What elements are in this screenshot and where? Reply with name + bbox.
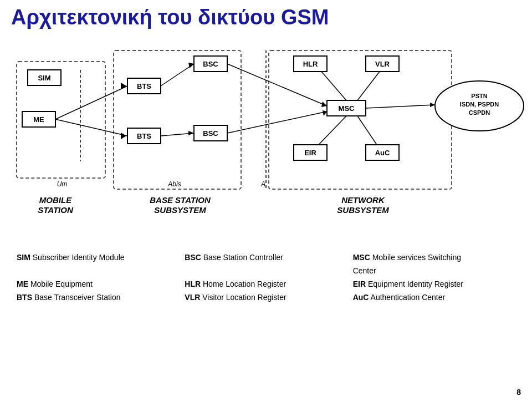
svg-text:BTS: BTS [137, 82, 151, 90]
svg-text:MSC: MSC [339, 104, 355, 113]
svg-line-44 [357, 72, 380, 100]
definitions-section: SIM Subscriber Identity Module BSC Base … [11, 253, 521, 302]
svg-line-47 [366, 105, 435, 108]
svg-text:MOBILE: MOBILE [39, 195, 72, 205]
def-sim: SIM Subscriber Identity Module [14, 253, 182, 262]
page-number: 8 [516, 388, 521, 397]
svg-line-31 [55, 119, 127, 136]
def-row-1: SIM Subscriber Identity Module BSC Base … [14, 253, 518, 262]
def-row-1-cont: Center [14, 266, 518, 275]
svg-marker-33 [121, 133, 126, 139]
svg-text:BSC: BSC [203, 129, 218, 138]
svg-line-45 [319, 116, 346, 145]
def-auc: AuC Authentication Center [350, 293, 518, 302]
def-msc: MSC Mobile services Switching [350, 253, 518, 262]
svg-text:STATION: STATION [38, 205, 74, 215]
svg-text:BTS: BTS [137, 132, 151, 140]
svg-line-41 [227, 111, 327, 133]
def-bsc: BSC Base Station Controller [182, 253, 350, 262]
svg-text:NETWORK: NETWORK [341, 195, 385, 205]
svg-line-43 [321, 72, 346, 100]
def-hlr: HLR Home Location Register [182, 280, 350, 288]
svg-marker-48 [430, 103, 435, 107]
def-eir: EIR Equipment Identity Register [350, 280, 518, 288]
svg-marker-40 [321, 101, 327, 107]
svg-text:SIM: SIM [38, 74, 50, 82]
svg-line-30 [55, 86, 127, 119]
svg-text:AuC: AuC [375, 149, 390, 157]
svg-text:ME: ME [33, 115, 44, 124]
def-me: ME Mobile Equipment [14, 280, 182, 288]
svg-marker-32 [121, 83, 126, 89]
svg-text:A: A [260, 180, 265, 188]
svg-line-46 [357, 116, 377, 145]
def-empty-2 [182, 266, 350, 275]
svg-text:CSPDN: CSPDN [469, 109, 490, 116]
svg-text:Abis: Abis [167, 180, 181, 188]
svg-text:HLR: HLR [303, 60, 318, 68]
svg-line-34 [161, 64, 194, 86]
def-vlr: VLR Visitor Location Register [182, 293, 350, 302]
def-empty-1 [14, 266, 182, 275]
svg-text:BASE STATION: BASE STATION [150, 195, 211, 205]
svg-text:Um: Um [57, 180, 68, 188]
svg-text:VLR: VLR [375, 60, 390, 68]
svg-marker-37 [188, 131, 194, 135]
def-bts: BTS Base Transceiver Station [14, 293, 182, 302]
svg-text:PSTN: PSTN [471, 93, 487, 99]
gsm-diagram: SIM ME BTS BTS BSC BSC HLR VLR M [11, 34, 532, 250]
svg-text:EIR: EIR [304, 149, 316, 157]
svg-text:SUBSYSTEM: SUBSYSTEM [154, 205, 206, 215]
page-title: Αρχιτεκτονική του δικτύου GSM [11, 6, 521, 29]
def-row-2: ME Mobile Equipment HLR Home Location Re… [14, 280, 518, 288]
svg-text:BSC: BSC [203, 60, 218, 68]
def-row-3: BTS Base Transceiver Station VLR Visitor… [14, 293, 518, 302]
def-msc-cont: Center [350, 266, 518, 275]
svg-text:SUBSYSTEM: SUBSYSTEM [337, 205, 389, 215]
svg-text:ISDN, PSPDN: ISDN, PSPDN [460, 101, 499, 108]
